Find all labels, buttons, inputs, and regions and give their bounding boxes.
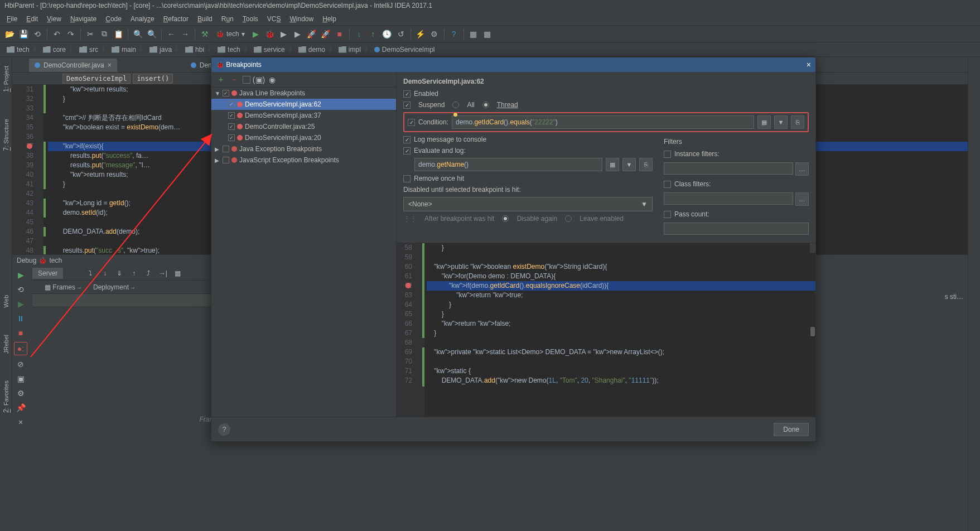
crumb-impl[interactable]: impl [336,45,363,55]
refresh-icon[interactable]: ⟲ [15,284,26,295]
settings-debug-icon[interactable]: ⚙ [15,388,26,399]
vcs-history-icon[interactable]: 🕓 [381,28,393,40]
crumb-class-box[interactable]: DemoServiceImpl [62,74,131,84]
suspend-thread-radio[interactable] [482,102,489,108]
pass-count-input[interactable] [664,223,809,235]
menu-tools[interactable]: Tools [238,14,263,24]
redo-icon[interactable]: ↷ [65,28,77,40]
breakpoint-tree[interactable]: ▼Java Line Breakpoints DemoServiceImpl.j… [211,88,396,417]
disabled-until-select[interactable]: <None>▼ [403,197,653,211]
pin-icon[interactable]: 📌 [15,402,26,413]
suspend-checkbox[interactable] [403,102,411,109]
paste-icon[interactable]: 📋 [112,28,124,40]
menu-edit[interactable]: Edit [22,14,42,24]
tree-item-3[interactable]: DemoServiceImpl.java:20 [211,132,396,143]
rail-favorites[interactable]: 2: Favorites [1,378,11,415]
crumb-main[interactable]: main [109,45,138,55]
leave-enabled-radio[interactable] [565,215,572,222]
drop-frame-icon[interactable]: ⤴ [142,267,155,279]
menu-analyze[interactable]: Analyze [126,14,159,24]
crumb-class[interactable]: DemoServiceImpl [372,45,437,55]
rail-jrebel[interactable]: JRebel [2,332,11,356]
jrebel-run-icon[interactable]: 🚀 [306,28,318,40]
eval-log-checkbox[interactable] [403,147,411,155]
eval-copy-icon[interactable]: ⎘ [639,158,653,171]
menu-run[interactable]: Run [217,14,238,24]
pause-icon[interactable]: ⏸ [15,313,26,324]
build-icon[interactable]: ⚒ [199,28,211,40]
run-to-cursor-icon[interactable]: →| [157,267,169,279]
menu-code[interactable]: Code [101,14,126,24]
dialog-help-icon[interactable]: ? [218,423,230,436]
rail-project[interactable]: 1: Project [1,64,11,94]
enabled-checkbox[interactable] [403,90,411,98]
jrebel-debug-icon[interactable]: 🚀 [320,28,332,40]
tree-group-js-exception[interactable]: ▶JavaScript Exception Breakpoints [211,155,396,166]
step-into-icon[interactable]: ↓ [99,267,111,279]
step-over-icon[interactable]: ⤵ [84,267,96,279]
run-config-selector[interactable]: 🐞 tech ▾ [213,29,248,39]
help-icon[interactable]: ? [448,28,460,40]
menu-refactor[interactable]: Refactor [159,14,193,24]
tree-item-0[interactable]: DemoServiceImpl.java:62 [211,99,396,110]
menu-window[interactable]: Window [285,14,318,24]
crumb-service[interactable]: service [252,45,287,55]
crumb-method-box[interactable]: insert() [133,74,173,84]
replace-icon[interactable]: 🔍 [146,28,158,40]
editor-tab-democontroller[interactable]: DemoController.java× [29,59,117,72]
profile-icon[interactable]: ▶ [292,28,304,40]
stop-debug-icon[interactable]: ■ [15,327,26,339]
deployment-tab[interactable]: Deployment [89,282,140,292]
sync-icon[interactable]: ⟲ [31,28,44,40]
settings-icon[interactable]: ⚙ [428,28,441,40]
find-icon[interactable]: 🔍 [132,28,144,40]
bp-tree-icon2[interactable]: (▣) [254,75,264,85]
crumb-src[interactable]: src [77,45,100,55]
preview-scrollbar-thumb[interactable] [810,327,815,336]
dialog-close-icon[interactable]: × [807,60,811,69]
condition-checkbox[interactable] [408,119,415,126]
resume-icon[interactable]: ▶ [15,298,26,310]
debug-icon[interactable]: 🐞 [264,28,276,40]
crumb-java[interactable]: java [147,45,174,55]
frames-tab[interactable]: ▦ Frames [40,282,86,292]
vcs-update-icon[interactable]: ↓ [353,28,365,40]
instance-filters-browse-icon[interactable]: … [795,162,809,176]
rail-web[interactable]: Web [2,293,11,310]
jrebel-icon[interactable]: ▦ [467,28,480,40]
bp-tree-group-icon[interactable]: ◉ [267,75,277,85]
add-breakpoint-icon[interactable]: ＋ [216,75,226,85]
open-icon[interactable]: 📂 [3,28,16,40]
step-out-icon[interactable]: ↑ [128,267,140,279]
force-step-into-icon[interactable]: ⇓ [113,267,125,279]
menu-file[interactable]: File [2,14,22,24]
crumb-core[interactable]: core [41,45,68,55]
disable-again-radio[interactable] [502,215,509,222]
rerun-icon[interactable]: ▶ [15,269,26,281]
structure-icon[interactable]: ⚡ [414,28,427,40]
crumb-tech2[interactable]: tech [215,45,243,55]
evaluate-icon[interactable]: ▦ [171,267,184,279]
xrebel-icon[interactable]: ▦ [481,28,494,40]
tree-item-2[interactable]: DemoController.java:25 [211,121,396,132]
dialog-titlebar[interactable]: 🐞 Breakpoints × [211,57,815,72]
eval-expand-icon[interactable]: ▦ [606,158,619,171]
breakpoint-preview-editor[interactable]: 585960616263646566676869707172 } "kw">pu… [397,243,815,417]
grip-icon[interactable]: ⋮⋮ [403,215,417,223]
mute-breakpoints-icon[interactable]: ⊘ [15,359,26,370]
suspend-all-radio[interactable] [452,102,459,108]
pass-count-checkbox[interactable] [664,211,671,218]
class-filters-input[interactable] [664,192,793,205]
save-icon[interactable]: 💾 [17,28,30,40]
coverage-icon[interactable]: ▶ [278,28,290,40]
log-console-checkbox[interactable] [403,136,411,143]
view-breakpoints-icon[interactable]: ●: [14,342,27,355]
menu-vcs[interactable]: VCS [263,14,286,24]
crumb-hbi[interactable]: hbi [183,45,206,55]
rail-structure[interactable]: 7: Structure [1,117,11,153]
tree-item-1[interactable]: DemoServiceImpl.java:37 [211,110,396,121]
copy-icon[interactable]: ⧉ [98,28,110,40]
menu-help[interactable]: Help [318,14,341,24]
debug-tab-server[interactable]: Server [32,268,63,279]
instance-filters-checkbox[interactable] [664,151,671,158]
